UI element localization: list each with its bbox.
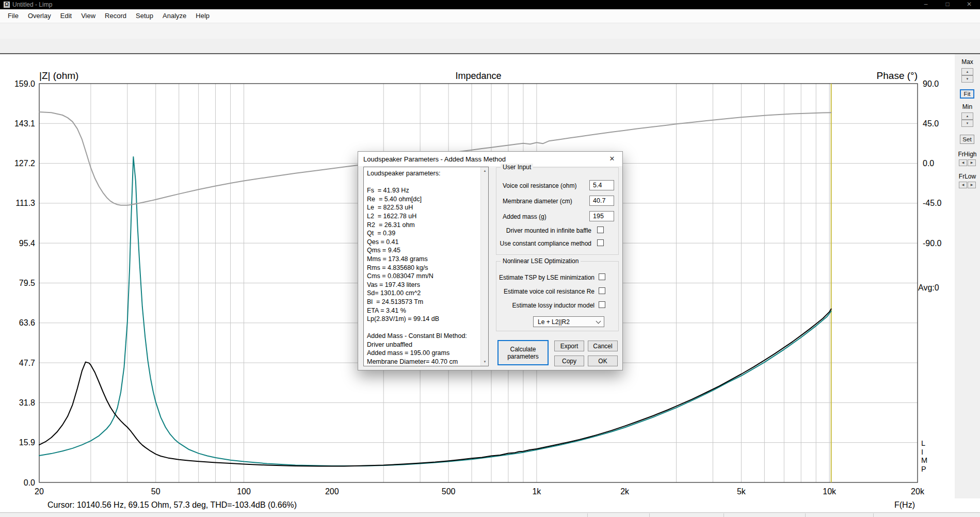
user-input-group: User Input Voice coil resistance (ohm) M… (496, 167, 619, 255)
parameter-line: Vas = 197.43 liters (367, 281, 478, 289)
parameter-line: Bl = 24.513573 Tm (367, 298, 478, 306)
membrane-diameter-label: Membrane diameter (cm) (503, 198, 572, 205)
y-axis-tick-right: 90.0 (923, 79, 939, 88)
scroll-up-icon[interactable]: ▲ (481, 167, 489, 175)
right-axis-title: Phase (°) (877, 70, 918, 81)
export-button[interactable]: Export (554, 341, 584, 351)
constant-compliance-checkbox[interactable] (597, 239, 604, 246)
statusbar: Cursor: 10140.56 Hz, 69.15 Ohm, 57.3 deg… (0, 498, 980, 512)
constant-compliance-label: Use constant compliance method (500, 240, 591, 247)
menu-item-file[interactable]: File (3, 9, 23, 23)
y-axis-tick-left: 79.5 (19, 279, 35, 287)
chevron-down-icon (596, 319, 601, 324)
dialog-close-button[interactable]: ✕ (602, 152, 622, 166)
inductor-model-select[interactable]: Le + L2||R2 (533, 316, 604, 327)
ok-button[interactable]: OK (588, 356, 618, 366)
parameter-line (367, 324, 478, 332)
inductor-model-value: Le + L2||R2 (538, 318, 570, 326)
y-axis-tick-left: 159.0 (14, 79, 35, 88)
infinite-baffle-label: Driver mounted in infinite baffle (506, 227, 591, 234)
frhigh-left-button[interactable]: ◀ (959, 159, 967, 166)
x-axis-tick: 500 (442, 487, 456, 496)
estimate-lossy-inductor-checkbox[interactable] (599, 301, 605, 308)
estimate-tsp-label: Estimate TSP by LSE minimization (499, 274, 595, 281)
loudspeaker-parameters-dialog: Loudspeaker Parameters - Added Mass Meth… (358, 151, 623, 370)
x-axis-tick: 2k (620, 487, 630, 496)
frlow-right-button[interactable]: ▶ (968, 182, 976, 188)
parameter-line: L2 = 1622.78 uH (367, 212, 478, 221)
set-button[interactable]: Set (960, 135, 974, 144)
x-axis-tick: 100 (237, 487, 251, 496)
menu-item-setup[interactable]: Setup (131, 9, 158, 23)
added-mass-input[interactable] (589, 211, 614, 221)
parameter-line: Re = 5.40 ohm[dc] (367, 195, 478, 204)
close-button[interactable]: ✕ (958, 0, 980, 9)
dialog-titlebar[interactable]: Loudspeaker Parameters - Added Mass Meth… (358, 152, 622, 166)
parameter-line: Qes = 0.41 (367, 238, 478, 247)
estimate-lossy-inductor-label: Estimate lossy inductor model (512, 302, 595, 309)
limp-app-window: Ω Untitled - Limp – □ ✕ FileOverlayEditV… (0, 0, 980, 517)
titlebar: Ω Untitled - Limp – □ ✕ (0, 0, 980, 9)
max-up-button[interactable]: ▲ (961, 68, 973, 75)
x-axis-tick: 1k (532, 487, 541, 496)
limp-watermark: LIMP (921, 439, 927, 473)
watermark-letter: I (921, 448, 927, 457)
parameter-line: Added mass = 195.00 grams (367, 349, 478, 358)
menubar: FileOverlayEditViewRecordSetupAnalyzeHel… (0, 9, 980, 23)
parameters-text: Loudspeaker parameters: Fs = 41.93 HzRe … (367, 169, 478, 366)
menu-item-overlay[interactable]: Overlay (23, 9, 56, 23)
y-axis-tick-left: 63.6 (19, 318, 35, 327)
parameter-line: Fs = 41.93 Hz (367, 186, 478, 195)
parameter-line: R2 = 26.31 ohm (367, 221, 478, 230)
scroll-down-icon[interactable]: ▼ (481, 358, 489, 366)
x-axis-tick: 200 (325, 487, 339, 496)
voice-coil-resistance-input[interactable] (589, 180, 614, 190)
y-axis-tick-left: 0.0 (24, 478, 35, 487)
strip-divider (805, 513, 806, 517)
frlow-left-button[interactable]: ◀ (959, 182, 967, 188)
y-axis-tick-right: 0.0 (923, 159, 934, 168)
parameter-line: Le = 822.53 uH (367, 203, 478, 212)
parameters-listbox[interactable]: Loudspeaker parameters: Fs = 41.93 HzRe … (363, 167, 489, 366)
parameter-line: Rms = 4.835680 kg/s (367, 264, 478, 272)
y-axis-tick-right: -90.0 (923, 239, 942, 248)
max-down-button[interactable]: ▼ (961, 75, 973, 83)
user-input-group-label: User Input (501, 164, 533, 171)
menu-item-help[interactable]: Help (191, 9, 214, 23)
listbox-scrollbar[interactable]: ▲ ▼ (480, 167, 488, 366)
infinite-baffle-checkbox[interactable] (597, 227, 604, 233)
y-axis-tick-left: 111.3 (15, 199, 35, 207)
y-axis-tick-right: -45.0 (923, 199, 942, 207)
parameter-line: Qt = 0.39 (367, 229, 478, 238)
min-up-button[interactable]: ▲ (961, 112, 973, 120)
bottom-status-strip (0, 512, 980, 517)
copy-button[interactable]: Copy (554, 356, 584, 366)
watermark-letter: L (921, 439, 927, 448)
maximize-button[interactable]: □ (937, 0, 958, 9)
watermark-letter: M (921, 456, 927, 465)
y-axis-tick-right: 45.0 (923, 119, 939, 128)
scale-sidebar: Max ▲ ▼ Fit Min ▲ ▼ Set FrHigh ◀ ▶ FrLow… (955, 54, 980, 498)
y-axis-tick-left: 143.1 (14, 119, 35, 128)
estimate-tsp-checkbox[interactable] (599, 273, 605, 280)
voice-coil-resistance-label: Voice coil resistance (ohm) (503, 182, 576, 189)
fit-button[interactable]: Fit (960, 89, 974, 99)
cursor-readout: Cursor: 10140.56 Hz, 69.15 Ohm, 57.3 deg… (47, 500, 297, 510)
parameter-line: Qms = 9.45 (367, 246, 478, 255)
calculate-parameters-button[interactable]: Calculate parameters (497, 340, 549, 365)
y-axis-tick-left: 31.8 (19, 398, 35, 407)
strip-divider (649, 513, 650, 517)
estimate-re-checkbox[interactable] (599, 287, 605, 294)
min-down-button[interactable]: ▼ (961, 120, 973, 127)
menu-item-view[interactable]: View (76, 9, 100, 23)
x-axis-tick: 20 (35, 487, 44, 496)
membrane-diameter-input[interactable] (589, 196, 614, 206)
menu-item-edit[interactable]: Edit (56, 9, 76, 23)
cancel-button[interactable]: Cancel (588, 341, 618, 351)
minimize-button[interactable]: – (915, 0, 937, 9)
frhigh-right-button[interactable]: ▶ (968, 159, 976, 166)
menu-item-record[interactable]: Record (100, 9, 131, 23)
left-axis-title: |Z| (ohm) (39, 70, 78, 81)
lse-group-label: Nonlinear LSE Optimization (501, 257, 581, 265)
menu-item-analyze[interactable]: Analyze (158, 9, 191, 23)
